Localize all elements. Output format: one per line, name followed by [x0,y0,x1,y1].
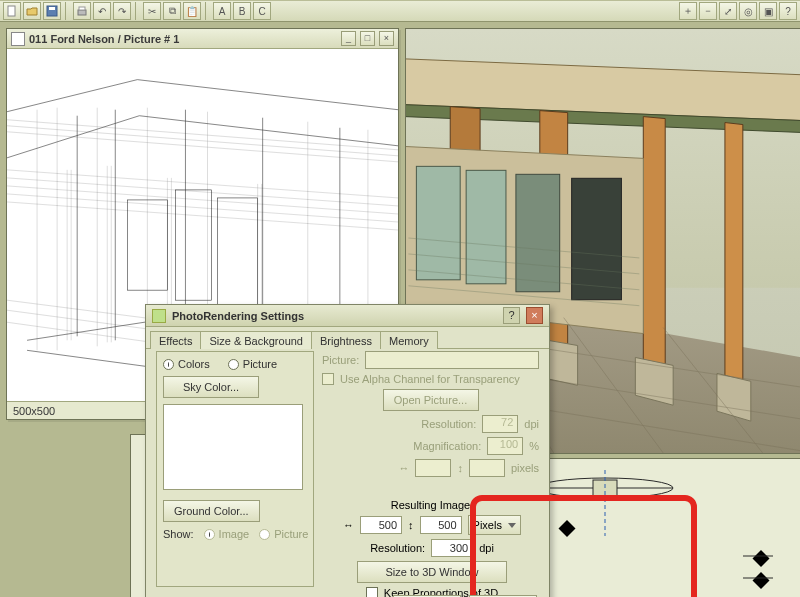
radio-colors-label: Colors [178,358,210,370]
chevron-down-icon [508,523,516,528]
tool-c-icon[interactable]: C [253,2,271,20]
tool-a-icon[interactable]: A [213,2,231,20]
svg-rect-0 [8,6,15,16]
pic-px-unit: pixels [511,462,539,474]
result-res-unit: dpi [479,542,494,554]
pic-w-field [415,459,451,477]
result-unit-label: Pixels [473,519,502,531]
workspace: 011 Ford Nelson / Picture # 1 _ □ × [0,22,800,597]
pic-res-unit: dpi [524,418,539,430]
pic-h-field [469,459,505,477]
result-res-label: Resolution: [370,542,425,554]
preview-title: 011 Ford Nelson / Picture # 1 [29,33,337,45]
tool-new-icon[interactable] [3,2,21,20]
radio-colors[interactable]: Colors [163,358,210,370]
close-preview-button[interactable]: × [379,31,394,46]
pic-res-field: 72 [482,415,518,433]
tool-paste-icon[interactable]: 📋 [183,2,201,20]
sky-color-swatch[interactable] [163,404,303,490]
svg-rect-3 [78,10,86,15]
right-column: Picture: Use Alpha Channel for Transpare… [322,351,539,597]
dialog-body: Colors Picture Sky Color... Ground Color… [146,349,549,597]
svg-rect-37 [516,174,560,291]
tool-undo-icon[interactable]: ↶ [93,2,111,20]
show-label: Show: [163,528,194,540]
tool-render-icon[interactable]: ◎ [739,2,757,20]
ground-color-button[interactable]: Ground Color... [163,500,260,522]
result-height-field[interactable] [420,516,462,534]
dialog-titlebar[interactable]: PhotoRendering Settings ? × [146,305,549,327]
svg-rect-38 [572,178,622,299]
picture-path-field [365,351,539,369]
svg-rect-4 [79,7,85,10]
width-arrow-icon: ↔ [343,519,354,531]
radio-show-image: Image [204,528,250,540]
size-to-3d-button[interactable]: Size to 3D Window [357,561,507,583]
tab-effects[interactable]: Effects [150,331,201,349]
height-arrow-icon: ↕ [408,519,414,531]
tool-open-icon[interactable] [23,2,41,20]
svg-rect-53 [559,520,576,537]
radio-picture[interactable]: Picture [228,358,277,370]
dialog-help-button[interactable]: ? [503,307,520,324]
vh-arrow-icon: ↕ [457,462,463,474]
tool-b-icon[interactable]: B [233,2,251,20]
alpha-checkbox [322,373,334,385]
photorendering-settings-dialog: PhotoRendering Settings ? × Effects Size… [145,304,550,597]
svg-rect-55 [753,572,770,589]
pic-mag-unit: % [529,440,539,452]
tool-redo-icon[interactable]: ↷ [113,2,131,20]
tool-save-icon[interactable] [43,2,61,20]
sky-color-button[interactable]: Sky Color... [163,376,259,398]
dialog-app-icon [152,309,166,323]
dialog-tabs: Effects Size & Background Brightness Mem… [146,327,549,349]
tool-zoomout-icon[interactable]: － [699,2,717,20]
dialog-title: PhotoRendering Settings [172,310,497,322]
maximize-button[interactable]: □ [360,31,375,46]
svg-marker-29 [725,123,743,382]
hv-arrow-icon: ↔ [398,462,409,474]
pic-mag-field: 100 [487,437,523,455]
tab-memory[interactable]: Memory [380,331,438,349]
tab-brightness[interactable]: Brightness [311,331,381,349]
tool-cut-icon[interactable]: ✂ [143,2,161,20]
picture-field-label: Picture: [322,354,359,366]
main-toolbar: ↶ ↷ ✂ ⧉ 📋 A B C ＋ － ⤢ ◎ ▣ ? [0,0,800,22]
svg-rect-36 [466,170,506,283]
svg-rect-35 [416,166,460,279]
preview-titlebar[interactable]: 011 Ford Nelson / Picture # 1 _ □ × [7,29,398,49]
radio-picture-label: Picture [243,358,277,370]
tool-fit-icon[interactable]: ⤢ [719,2,737,20]
tool-zoomin-icon[interactable]: ＋ [679,2,697,20]
resulting-image-heading: Resulting Image: [391,499,474,511]
svg-rect-54 [753,550,770,567]
result-width-field[interactable] [360,516,402,534]
radio-show-picture-label: Picture [274,528,308,540]
tool-3d-icon[interactable]: ▣ [759,2,777,20]
result-unit-select[interactable]: Pixels [468,515,521,535]
background-groupbox: Colors Picture Sky Color... Ground Color… [156,351,314,587]
radio-show-picture: Picture [259,528,308,540]
svg-marker-28 [643,117,665,366]
app-root: ↶ ↷ ✂ ⧉ 📋 A B C ＋ － ⤢ ◎ ▣ ? 011 Ford Nel… [0,0,800,597]
tab-size-background[interactable]: Size & Background [200,331,312,349]
alpha-label: Use Alpha Channel for Transparency [340,373,520,385]
tool-print-icon[interactable] [73,2,91,20]
pic-res-label: Resolution: [421,418,476,430]
plan-drawing [527,466,787,598]
plan-viewport-b[interactable] [512,458,800,597]
minimize-button[interactable]: _ [341,31,356,46]
preview-size-label: 500x500 [13,405,55,417]
result-res-field[interactable] [431,539,473,557]
dialog-close-button[interactable]: × [526,307,543,324]
tool-copy-icon[interactable]: ⧉ [163,2,181,20]
tool-help-icon[interactable]: ? [779,2,797,20]
radio-show-image-label: Image [219,528,250,540]
preview-sys-icon [11,32,25,46]
open-picture-button: Open Picture... [383,389,479,411]
svg-rect-2 [49,7,55,10]
pic-mag-label: Magnification: [413,440,481,452]
